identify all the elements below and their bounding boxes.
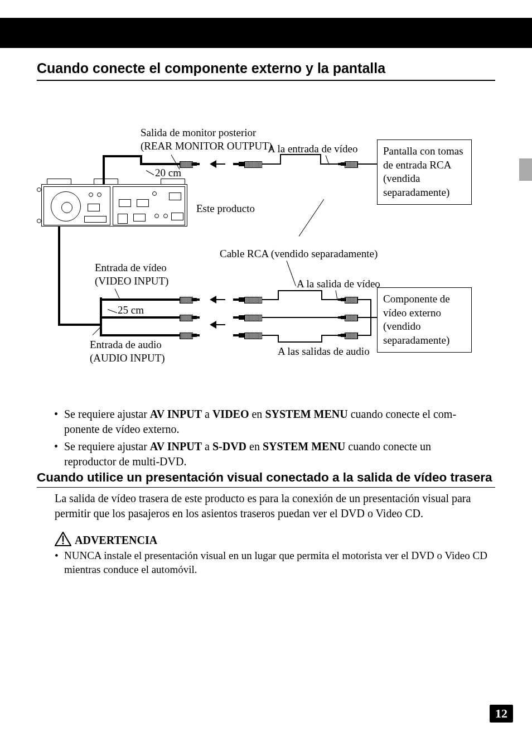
leader-line — [287, 261, 296, 286]
note-item: Se requiere ajustar AV INPUT a S-DVD en … — [64, 439, 488, 469]
text-bold: SYSTEM MENU — [263, 440, 345, 452]
text-bold: VIDEO — [212, 408, 249, 420]
screw-icon — [37, 187, 41, 192]
box-display-rca: Pantalla con tomas de entrada RCA (vendi… — [377, 139, 472, 205]
page-number: 12 — [490, 705, 513, 723]
unit-tab — [47, 179, 71, 184]
text: Se requiere ajustar — [64, 440, 150, 452]
text: a — [202, 440, 212, 452]
port-icon — [84, 216, 107, 223]
note-item: Se requiere ajustar AV INPUT a VIDEO en … — [64, 407, 488, 437]
wire — [358, 317, 371, 318]
box-external-component: Componente de vídeo externo (vendido sep… — [377, 287, 472, 353]
arrow-left-icon — [210, 321, 226, 329]
wire — [358, 163, 377, 165]
rca-plug-icon — [180, 296, 200, 304]
subsection-title: Cuando utilice un presentación visual co… — [37, 470, 495, 488]
wire — [262, 299, 279, 300]
rca-plug-icon — [180, 160, 200, 168]
label-audio-input: Entrada de audio (AUDIO INPUT) — [90, 338, 165, 365]
wire — [321, 335, 339, 336]
screw-icon — [37, 219, 41, 223]
wire — [278, 290, 322, 291]
wire — [370, 317, 377, 318]
connection-diagram: Salida de monitor posterior (REAR MONITO… — [37, 95, 495, 385]
wire — [358, 335, 371, 336]
notes-list: Se requiere ajustar AV INPUT a VIDEO en … — [64, 407, 488, 471]
wire — [58, 227, 60, 325]
wire — [262, 163, 281, 165]
header-black-bar — [0, 18, 532, 48]
rca-plug-icon — [180, 331, 200, 339]
wire — [321, 299, 339, 300]
text: en — [249, 408, 265, 420]
wire — [278, 341, 322, 343]
label-rear-monitor-output: Salida de monitor posterior (REAR MONITO… — [141, 126, 272, 153]
rca-adapter-icon — [233, 160, 262, 168]
leader-line — [108, 309, 117, 313]
text: en — [246, 440, 263, 452]
label-to-audio-outputs: A las salidas de audio — [278, 345, 370, 358]
rca-plug-icon — [338, 296, 358, 304]
wire — [100, 298, 181, 301]
warning-text: NUNCA instale el presentación visual en … — [64, 549, 488, 576]
wire — [320, 163, 339, 165]
label-25cm: 25 cm — [118, 304, 144, 317]
port-icon — [171, 213, 183, 220]
wire — [58, 324, 101, 326]
arrow-left-icon — [210, 160, 226, 168]
port-icon — [97, 192, 101, 197]
wire — [100, 334, 181, 336]
wire — [262, 317, 339, 318]
wire — [100, 316, 181, 319]
text: a — [202, 408, 212, 420]
warning-triangle-icon — [55, 532, 71, 546]
label-video-input: Entrada de vídeo (VIDEO INPUT) — [95, 261, 168, 288]
section-title: Cuando conecte el componente externo y l… — [37, 60, 495, 81]
label-to-video-output: A la salida de vídeo — [297, 277, 380, 291]
rca-plug-icon — [338, 160, 358, 168]
port-icon — [119, 199, 131, 207]
port-icon — [169, 192, 181, 200]
leader-line — [146, 170, 154, 175]
fan-icon — [51, 191, 81, 221]
wire — [358, 299, 371, 300]
wire — [103, 155, 142, 157]
rca-plug-icon — [338, 331, 358, 339]
side-tab-marker — [519, 158, 532, 181]
text-bold: AV INPUT — [150, 408, 202, 420]
wire — [262, 335, 279, 336]
leader-line — [299, 199, 325, 237]
wire — [103, 155, 105, 177]
text-bold: S-DVD — [212, 440, 246, 452]
text: Se requiere ajustar — [64, 408, 150, 420]
head-unit-drawing — [41, 184, 187, 227]
label-rca-cable: Cable RCA (vendido separadamente) — [220, 247, 378, 261]
leader-line — [115, 288, 120, 299]
rca-adapter-icon — [233, 331, 262, 339]
port-icon — [118, 214, 128, 224]
rca-plug-icon — [338, 314, 358, 321]
wire — [140, 163, 180, 165]
label-20cm: 20 cm — [155, 166, 181, 180]
port-icon — [133, 214, 146, 221]
port-icon — [89, 192, 93, 197]
wire — [278, 290, 279, 300]
rca-plug-icon — [180, 314, 200, 321]
port-icon — [137, 199, 149, 207]
leader-line — [336, 290, 338, 299]
label-this-product: Este producto — [196, 202, 255, 215]
unit-tab — [161, 179, 185, 184]
text-bold: SYSTEM MENU — [265, 408, 347, 420]
port-icon — [154, 214, 159, 218]
wire — [280, 154, 281, 165]
unit-tab — [94, 179, 118, 184]
text-bold: AV INPUT — [150, 440, 202, 452]
rca-adapter-icon — [233, 296, 262, 304]
svg-point-2 — [62, 542, 64, 544]
port-icon — [152, 191, 157, 196]
wire — [321, 335, 322, 343]
warning-label: ADVERTENCIA — [75, 534, 157, 547]
wire — [103, 177, 105, 184]
port-icon — [163, 214, 168, 218]
